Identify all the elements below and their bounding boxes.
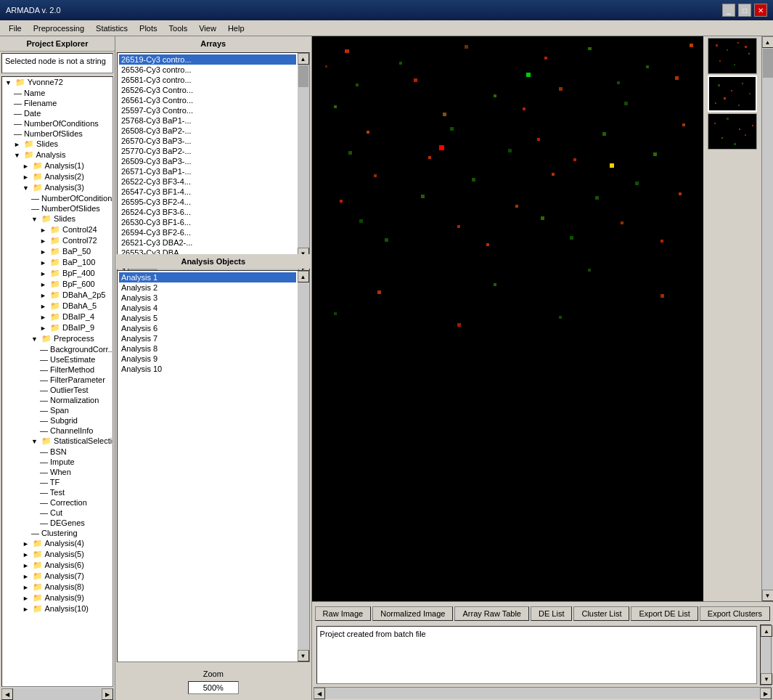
- tree-item-name[interactable]: — Name: [2, 88, 113, 98]
- bottom-scroll-track[interactable]: [325, 688, 760, 699]
- tree-item-statsel[interactable]: ▼ 📁 StatisticalSelection: [2, 436, 113, 447]
- close-button[interactable]: ✕: [754, 4, 767, 17]
- status-scroll-track[interactable]: [761, 637, 771, 673]
- tree-item-analysis5[interactable]: ► 📁 Analysis(5): [2, 549, 113, 560]
- tree-item-outliertest[interactable]: — OutlierTest: [2, 385, 113, 395]
- tree-item-bpf600[interactable]: ► 📁 BpF_600: [2, 279, 113, 290]
- tree-item-analysis6[interactable]: ► 📁 Analysis(6): [2, 560, 113, 571]
- arrays-listbox[interactable]: 26519-Cy3 contro... 26536-Cy3 contro... …: [119, 54, 296, 258]
- tree-item-dbaha2p5[interactable]: ► 📁 DBahA_2p5: [2, 290, 113, 301]
- array-item-0[interactable]: 26519-Cy3 contro...: [119, 54, 296, 65]
- array-item-13[interactable]: 26547-Cy3 BF1-4...: [119, 187, 296, 197]
- export-clusters-button[interactable]: Export Clusters: [700, 606, 770, 621]
- array-item-6[interactable]: 25768-Cy3 BaP1-...: [119, 115, 296, 126]
- tree-item-impute[interactable]: — Impute: [2, 457, 113, 467]
- vscroll-track[interactable]: [762, 48, 774, 590]
- minimize-button[interactable]: _: [722, 4, 735, 17]
- tree-item-preprocess[interactable]: ▼ 📁 Preprocess: [2, 333, 113, 344]
- tree-horizontal-scrollbar[interactable]: ◀ ▶: [1, 688, 113, 700]
- scroll-left-button[interactable]: ◀: [1, 688, 13, 700]
- tree-item-clustering[interactable]: — Clustering: [2, 528, 113, 538]
- tree-item-bpf400[interactable]: ► 📁 BpF_400: [2, 268, 113, 279]
- tree-item-cut[interactable]: — Cut: [2, 508, 113, 518]
- tree-item-filtermethod[interactable]: — FilterMethod: [2, 365, 113, 375]
- arrays-scroll-track[interactable]: [298, 65, 309, 248]
- cluster-list-button[interactable]: Cluster List: [573, 606, 629, 621]
- analysis-scroll-up[interactable]: ▲: [298, 271, 309, 282]
- tree-item-span[interactable]: — Span: [2, 405, 113, 415]
- array-item-4[interactable]: 26561-Cy3 Contro...: [119, 95, 296, 105]
- menu-statistics[interactable]: Statistics: [90, 23, 134, 34]
- zoom-input[interactable]: [188, 681, 239, 694]
- tree-item-control72[interactable]: ► 📁 Control72: [2, 235, 113, 246]
- tree-item-dbalp9[interactable]: ► 📁 DBaIP_9: [2, 322, 113, 333]
- tree-item-numslides3[interactable]: — NumberOfSlides: [2, 203, 113, 213]
- tree-item-control24[interactable]: ► 📁 Control24: [2, 224, 113, 235]
- menu-preprocessing[interactable]: Preprocessing: [28, 23, 90, 34]
- tree-item-date[interactable]: — Date: [2, 108, 113, 118]
- scroll-track[interactable]: [13, 688, 102, 700]
- analysis-item-8[interactable]: Analysis 8: [119, 343, 296, 354]
- tree-item-dbalp4[interactable]: ► 📁 DBaIP_4: [2, 312, 113, 322]
- menu-plots[interactable]: Plots: [134, 23, 163, 34]
- tree-item-bsn[interactable]: — BSN: [2, 447, 113, 457]
- tree-item-analysis2[interactable]: ► 📁 Analysis(2): [2, 171, 113, 182]
- bottom-scroll-left[interactable]: ◀: [314, 688, 325, 699]
- main-image[interactable]: [312, 36, 703, 601]
- tree-item-analysis3[interactable]: ▼ 📁 Analysis(3): [2, 182, 113, 193]
- array-item-10[interactable]: 26509-Cy3 BaP3-...: [119, 156, 296, 166]
- array-item-5[interactable]: 25597-Cy3 Contro...: [119, 105, 296, 115]
- thumbnail-2[interactable]: [708, 76, 757, 112]
- tree-item-analysis4[interactable]: ► 📁 Analysis(4): [2, 538, 113, 549]
- menu-help[interactable]: Help: [222, 23, 250, 34]
- array-item-3[interactable]: 26526-Cy3 Contro...: [119, 85, 296, 95]
- arrays-scroll-up[interactable]: ▲: [298, 53, 309, 65]
- analysis-item-6[interactable]: Analysis 6: [119, 323, 296, 333]
- tree-item-analysis[interactable]: ▼ 📁 Analysis: [2, 150, 113, 160]
- analysis-item-4[interactable]: Analysis 4: [119, 303, 296, 313]
- tree-item-analysis8[interactable]: ► 📁 Analysis(8): [2, 582, 113, 593]
- analysis-scroll-track[interactable]: [298, 282, 309, 650]
- tree-item-channelinfo[interactable]: — ChannelInfo: [2, 426, 113, 436]
- analysis-item-7[interactable]: Analysis 7: [119, 333, 296, 343]
- array-item-18[interactable]: 26521-Cy3 DBA2-...: [119, 237, 296, 248]
- analysis-item-1[interactable]: Analysis 1: [119, 272, 296, 282]
- status-vscrollbar[interactable]: ▲ ▼: [760, 624, 772, 685]
- tree-container[interactable]: ▼ 📁 Yvonne72 — Name — Filename — Date — …: [1, 76, 113, 687]
- tree-item-analysis7[interactable]: ► 📁 Analysis(7): [2, 571, 113, 582]
- tree-item-degenes[interactable]: — DEGenes: [2, 518, 113, 528]
- tree-item-filterparam[interactable]: — FilterParameter: [2, 375, 113, 385]
- tree-item-bap50[interactable]: ► 📁 BaP_50: [2, 246, 113, 257]
- tree-item-when[interactable]: — When: [2, 467, 113, 477]
- array-item-17[interactable]: 26594-Cy3 BF2-6...: [119, 227, 296, 237]
- analysis-item-5[interactable]: Analysis 5: [119, 313, 296, 323]
- de-list-button[interactable]: DE List: [531, 606, 572, 621]
- array-item-11[interactable]: 26571-Cy3 BaP1-...: [119, 166, 296, 176]
- tree-item-slides[interactable]: ► 📁 Slides: [2, 139, 113, 150]
- tree-item-subgrid[interactable]: — Subgrid: [2, 415, 113, 426]
- tree-item-yvonne72[interactable]: ▼ 📁 Yvonne72: [2, 77, 113, 88]
- menu-tools[interactable]: Tools: [163, 23, 194, 34]
- tree-item-normalization[interactable]: — Normalization: [2, 395, 113, 405]
- tree-item-slides3[interactable]: ▼ 📁 Slides: [2, 213, 113, 224]
- tree-item-analysis10[interactable]: ► 📁 Analysis(10): [2, 603, 113, 614]
- tree-item-bap100[interactable]: ► 📁 BaP_100: [2, 257, 113, 268]
- thumbnail-1[interactable]: [708, 38, 757, 74]
- tree-item-analysis9[interactable]: ► 📁 Analysis(9): [2, 593, 113, 603]
- vscroll-up-button[interactable]: ▲: [762, 36, 774, 48]
- scroll-right-button[interactable]: ▶: [102, 688, 113, 700]
- tree-item-numcond3[interactable]: — NumberOfConditions: [2, 193, 113, 203]
- array-item-12[interactable]: 26522-Cy3 BF3-4...: [119, 176, 296, 187]
- vscroll-down-button[interactable]: ▼: [762, 590, 774, 601]
- analysis-vscrollbar[interactable]: ▲ ▼: [298, 271, 309, 662]
- array-item-7[interactable]: 26508-Cy3 BaP2-...: [119, 126, 296, 136]
- tree-item-test[interactable]: — Test: [2, 487, 113, 497]
- raw-image-button[interactable]: Raw Image: [315, 606, 372, 621]
- array-raw-table-button[interactable]: Array Raw Table: [454, 606, 529, 621]
- bottom-scroll-right[interactable]: ▶: [760, 688, 772, 699]
- analysis-item-9[interactable]: Analysis 9: [119, 354, 296, 364]
- array-item-14[interactable]: 26595-Cy3 BF2-4...: [119, 197, 296, 207]
- arrays-vscrollbar[interactable]: ▲ ▼: [298, 53, 309, 259]
- tree-item-dbaha5[interactable]: ► 📁 DBahA_5: [2, 301, 113, 312]
- status-scroll-up[interactable]: ▲: [761, 625, 772, 637]
